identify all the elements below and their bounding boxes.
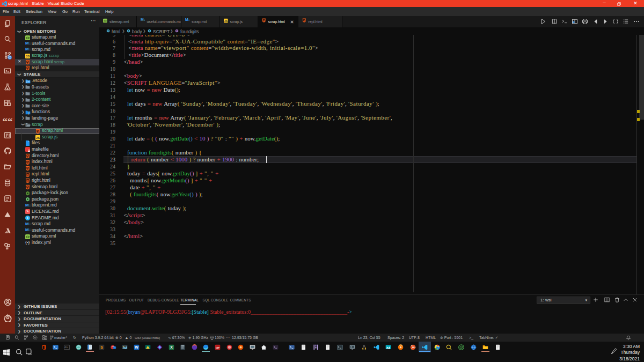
svg-text:5: 5 <box>27 67 28 70</box>
svg-text:5: 5 <box>263 19 265 22</box>
svg-text:5: 5 <box>37 130 39 132</box>
svg-text:5: 5 <box>27 61 28 64</box>
svg-text:C&P: C&P <box>216 347 220 349</box>
svg-text:X: X <box>170 345 173 349</box>
svg-text:5: 5 <box>27 180 28 182</box>
svg-text:5: 5 <box>27 155 28 158</box>
svg-text:5: 5 <box>303 19 305 22</box>
svg-text:5: 5 <box>27 167 28 170</box>
svg-text:5: 5 <box>27 186 28 189</box>
svg-text:S: S <box>100 345 103 349</box>
svg-text:5: 5 <box>27 174 28 176</box>
svg-text:W: W <box>135 345 138 349</box>
svg-text:C:\: C:\ <box>65 346 68 349</box>
svg-text:5: 5 <box>27 161 28 164</box>
